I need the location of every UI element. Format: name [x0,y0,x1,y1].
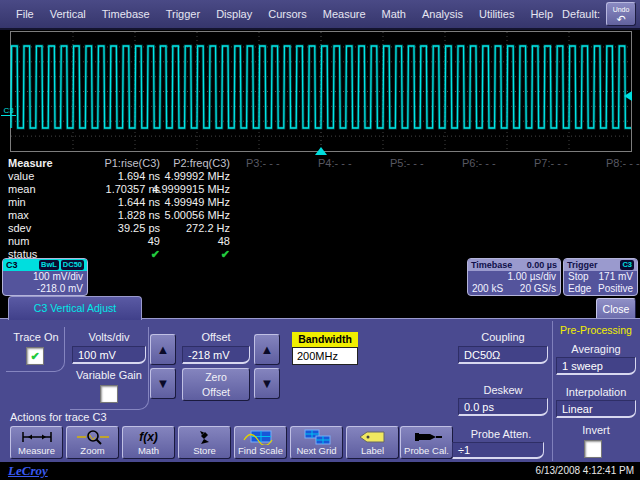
menu-help[interactable]: Help [530,8,553,20]
action-label: Zoom [67,445,118,456]
trigger-level-marker-icon[interactable] [624,91,632,101]
default-label: Default: [562,8,600,20]
measure-row-num: num 49 48 [0,235,640,248]
menu-vertical[interactable]: Vertical [50,8,86,20]
menu-display[interactable]: Display [216,8,252,20]
interpolation-field[interactable]: Linear [556,400,636,418]
trigger-source-badge: C3 [620,260,634,270]
next-grid-action-button[interactable]: Next Grid [290,426,343,459]
zero-offset-button[interactable]: Zero Offset [182,368,250,401]
zero-offset-line1: Zero [205,371,227,383]
p2-mean: 4.9999915 MHz [128,183,230,195]
measure-row-value: value 1.694 ns 4.99992 MHz [0,170,640,183]
label-action-button[interactable]: Label [346,426,399,459]
menu-analysis[interactable]: Analysis [422,8,463,20]
deskew-label: Deskew [458,384,548,396]
action-label: Store [179,445,230,456]
preprocessing-label: Pre-Processing [554,324,638,336]
timebase-descriptor-box[interactable]: Timebase 0.00 µs 1.00 µs/div 200 kS 20 G… [467,258,561,296]
volts-div-down-button[interactable]: ▼ [150,368,176,399]
c3-descriptor-header: C3 BwL DC50 [3,259,87,271]
menu-trigger[interactable]: Trigger [166,8,200,20]
p8-header[interactable]: P8:- - - [606,157,640,169]
waveform-grid [10,31,632,152]
down-arrow-icon: ▼ [157,376,170,391]
volts-div-up-button[interactable]: ▲ [150,334,176,365]
offset-up-button[interactable]: ▲ [254,334,280,365]
undo-button[interactable]: Undo ↶ [606,2,636,26]
p2-value: 4.99992 MHz [128,170,230,182]
preprocessing-divider [552,321,553,461]
p4-header[interactable]: P4:- - - [318,157,382,169]
variable-gain-label: Variable Gain [72,369,146,381]
menu-file[interactable]: File [16,8,34,20]
zoom-action-button[interactable]: Zoom [66,426,119,459]
menu-utilities[interactable]: Utilities [479,8,514,20]
p6-header[interactable]: P6:- - - [462,157,526,169]
p2-min: 4.99949 MHz [128,196,230,208]
measure-row-sdev: sdev 39.25 ps 272.2 Hz [0,222,640,235]
offset-down-button[interactable]: ▼ [254,368,280,399]
menu-timebase[interactable]: Timebase [102,8,150,20]
trigger-descriptor-box[interactable]: Trigger C3 Stop 171 mV Edge Positive [563,258,638,296]
coupling-label: Coupling [458,331,548,343]
p3-header[interactable]: P3:- - - [246,157,310,169]
c3-descriptor-box[interactable]: C3 BwL DC50 100 mV/div -218.0 mV [2,258,88,296]
menu-math[interactable]: Math [382,8,406,20]
volts-div-label: Volts/div [72,331,146,343]
c3-title: C3 [6,259,18,271]
p7-header[interactable]: P7:- - - [534,157,598,169]
probe-atten-field[interactable]: ÷1 [452,442,544,459]
invert-label: Invert [560,424,632,436]
coupling-field[interactable]: DC50Ω [458,346,548,364]
p5-header[interactable]: P5:- - - [390,157,454,169]
menu-cursors[interactable]: Cursors [268,8,307,20]
c3-vertical-adjust-dialog: Trace On ✔ Volts/div 100 mV Variable Gai… [0,318,640,462]
lecroy-logo: LeCroy [8,463,48,479]
p2-header[interactable]: P2:freq(C3) [128,157,230,169]
action-label: Label [347,445,398,456]
measure-action-button[interactable]: Measure [10,426,63,459]
actions-label: Actions for trace C3 [10,411,150,423]
c3-offset: -218.0 mV [3,283,87,295]
timebase-delay: 0.00 µs [527,259,557,271]
probe-cal-action-button[interactable]: Probe Cal. [400,426,453,459]
p2-max: 5.00056 MHz [128,209,230,221]
channel-zero-marker[interactable]: C3 [1,106,16,116]
datetime-display: 6/13/2008 4:12:41 PM [536,465,634,476]
oscilloscope-screen: File Vertical Timebase Trigger Display C… [0,0,640,480]
undo-label: Undo [613,6,630,13]
bandwidth-label: Bandwidth [292,332,358,347]
invert-checkbox[interactable] [584,440,602,458]
trace-on-checkbox[interactable]: ✔ [26,347,44,365]
tab-c3-vertical-adjust[interactable]: C3 Vertical Adjust [8,296,142,320]
measure-row-min: min 1.644 ns 4.99949 MHz [0,196,640,209]
dc50-badge: DC50 [61,260,84,270]
label-icon [347,429,398,445]
up-arrow-icon: ▲ [261,342,274,357]
find-scale-action-button[interactable]: Find Scale [234,426,287,459]
volts-div-field[interactable]: 100 mV [72,346,146,364]
menu-measure[interactable]: Measure [323,8,366,20]
averaging-field[interactable]: 1 sweep [556,357,636,375]
offset-field[interactable]: -218 mV [182,346,250,364]
trigger-time-marker-icon[interactable] [315,147,327,155]
p2-num: 48 [128,235,230,247]
menu-bar: File Vertical Timebase Trigger Display C… [0,0,640,30]
bandwidth-select[interactable]: 200MHz [292,347,358,365]
action-label: Probe Cal. [401,445,452,456]
probe-atten-label: Probe Atten. [455,428,547,440]
bwl-badge: BwL [39,260,59,270]
deskew-field[interactable]: 0.0 ps [458,398,548,416]
measure-row-max: max 1.828 ns 5.00056 MHz [0,209,640,222]
store-action-button[interactable]: Store [178,426,231,459]
find-scale-icon [235,429,286,445]
action-label: Find Scale [235,445,286,456]
trigger-type: Edge [568,283,591,295]
math-action-button[interactable]: f(x) Math [122,426,175,459]
interpolation-label: Interpolation [554,386,638,398]
probe-cal-icon [401,429,452,445]
action-label: Math [123,445,174,456]
timebase-scale: 1.00 µs/div [468,271,560,283]
variable-gain-checkbox[interactable] [100,385,118,403]
